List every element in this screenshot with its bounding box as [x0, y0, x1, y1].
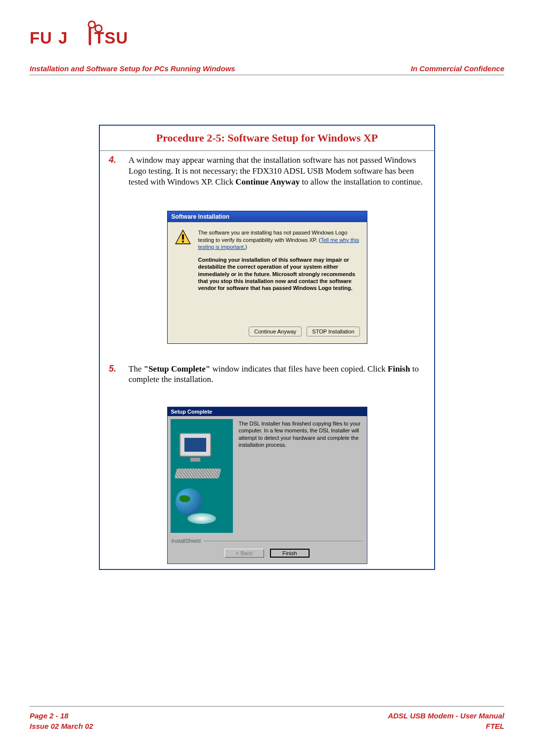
dialog-message: ): [245, 244, 247, 250]
dialog-message: The DSL Installer has finished copying f…: [239, 419, 364, 533]
procedure-step: 5. The "Setup Complete" window indicates…: [100, 364, 434, 389]
svg-text:TSU: TSU: [94, 29, 128, 47]
footer-issue: Issue 02 March 02: [30, 721, 93, 731]
warning-icon: [175, 229, 191, 246]
installshield-side-graphic: [171, 419, 233, 533]
back-button: < Back: [224, 549, 264, 558]
step-text-part: to allow the installation to continue.: [302, 177, 423, 187]
header-divider: [30, 75, 504, 75]
footer-company: FTEL: [388, 721, 504, 731]
stop-installation-button[interactable]: STOP Installation: [307, 327, 359, 336]
fujitsu-logo: FU J TSU: [30, 20, 504, 48]
step-bold: Continue Anyway: [235, 177, 300, 187]
svg-rect-7: [182, 241, 184, 243]
procedure-title: Procedure 2-5: Software Setup for Window…: [100, 126, 434, 150]
header-left: Installation and Software Setup for PCs …: [30, 64, 235, 73]
header-right: In Commercial Confidence: [411, 64, 504, 73]
continue-anyway-button[interactable]: Continue Anyway: [249, 327, 302, 336]
procedure-step: 4. A window may appear warning that the …: [100, 155, 434, 191]
dialog-titlebar: Setup Complete: [168, 407, 367, 416]
finish-button[interactable]: Finish: [270, 549, 310, 558]
svg-rect-6: [182, 235, 184, 240]
dialog-titlebar: Software Installation: [168, 211, 367, 222]
step-text-part: The: [129, 364, 144, 374]
setup-complete-dialog: Setup Complete The DSL Installer has fin…: [167, 407, 367, 564]
footer-product: ADSL USB Modem - User Manual: [388, 710, 504, 721]
step-bold: Finish: [388, 364, 410, 374]
step-number: 5.: [109, 364, 129, 385]
footer-page: Page 2 - 18: [30, 710, 93, 721]
svg-text:J: J: [58, 29, 68, 47]
procedure-divider: [100, 150, 434, 151]
step-text-part: window indicates that files have been co…: [213, 364, 388, 374]
procedure-box: Procedure 2-5: Software Setup for Window…: [99, 125, 435, 570]
step-text: A window may appear warning that the ins…: [129, 155, 425, 187]
footer-divider: [30, 706, 504, 707]
step-number: 4.: [109, 155, 129, 187]
step-bold: "Setup Complete": [144, 364, 211, 374]
svg-text:FU: FU: [30, 29, 52, 47]
installshield-brand-label: InstallShield: [172, 538, 201, 544]
dialog-warning-bold: Continuing your installation of this sof…: [198, 256, 360, 291]
software-installation-dialog: Software Installation The software you a…: [167, 211, 367, 343]
step-text: The "Setup Complete" window indicates th…: [129, 364, 425, 385]
